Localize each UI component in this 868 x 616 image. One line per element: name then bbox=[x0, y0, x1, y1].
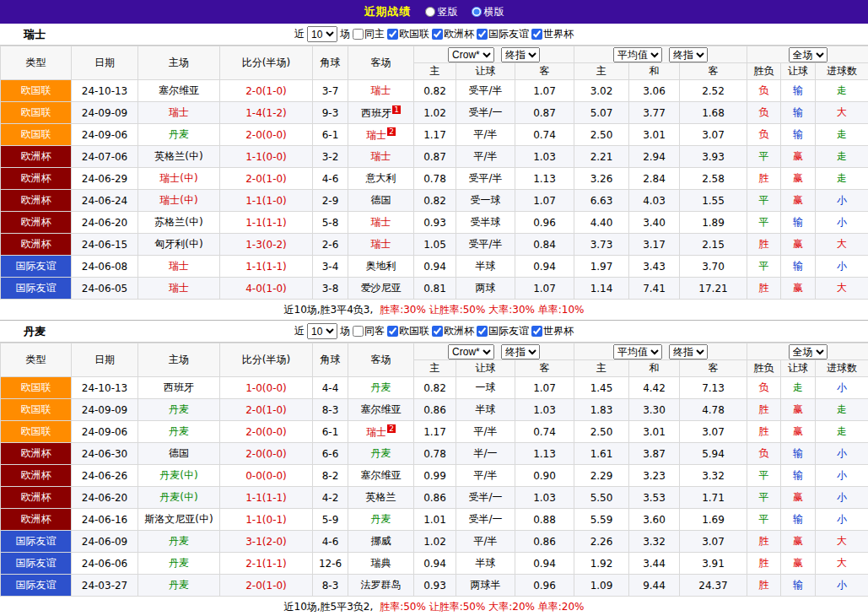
team-label: 德国 bbox=[169, 447, 189, 459]
corner-cell: 6-1 bbox=[313, 124, 348, 146]
same-venue-checkbox[interactable]: 同客 bbox=[353, 324, 385, 338]
home-team-cell: 丹麦 bbox=[138, 531, 220, 553]
col-handicap-result: 让球 bbox=[781, 360, 816, 377]
near-label: 近 bbox=[294, 27, 305, 41]
layout-horizontal-option[interactable]: 横版 bbox=[472, 5, 504, 19]
col-corner: 角球 bbox=[313, 343, 348, 377]
euro-odds-group: 平均值 终指 bbox=[574, 343, 747, 360]
league-checkbox-worldcup[interactable]: 世界杯 bbox=[531, 324, 574, 338]
date-cell: 24-09-06 bbox=[72, 124, 138, 146]
layout-vertical-option[interactable]: 竖版 bbox=[425, 5, 458, 19]
score-cell: 1-4(1-2) bbox=[220, 102, 313, 124]
col-result: 胜负 bbox=[747, 360, 781, 377]
match-row: 欧国联24-09-09瑞士1-4(1-2)9-3西班牙11.02受半/一0.87… bbox=[1, 102, 868, 124]
horizontal-radio[interactable] bbox=[472, 7, 482, 17]
result-cell: 负 bbox=[747, 102, 781, 124]
asian-handicap-cell: 平/半 bbox=[456, 421, 515, 443]
matches-label: 场 bbox=[340, 27, 350, 41]
result-cell: 胜 bbox=[747, 553, 781, 575]
horizontal-radio-label: 横版 bbox=[484, 5, 504, 19]
top-bar: 近期战绩 竖版 横版 bbox=[0, 0, 868, 24]
euro-time-select[interactable]: 终指 bbox=[669, 47, 708, 62]
handicap-result-cell: 输 bbox=[781, 443, 816, 465]
date-cell: 24-03-27 bbox=[72, 575, 138, 597]
scope-select[interactable]: 全场 bbox=[789, 47, 828, 62]
corner-cell: 3-4 bbox=[313, 256, 348, 278]
euro-home-odds-cell: 2.29 bbox=[574, 465, 629, 487]
result-cell: 胜 bbox=[747, 234, 781, 256]
league-checkbox-friendly[interactable]: 国际友谊 bbox=[477, 324, 529, 338]
date-cell: 24-07-06 bbox=[72, 146, 138, 168]
euro-avg-select[interactable]: 平均值 bbox=[613, 47, 662, 62]
corner-cell: 6-1 bbox=[313, 421, 348, 443]
team-label: 丹麦 bbox=[169, 579, 189, 591]
home-team-cell: 匈牙利(中) bbox=[138, 234, 220, 256]
asian-away-odds-cell: 0.84 bbox=[515, 234, 574, 256]
goals-result-cell: 小 bbox=[816, 487, 868, 509]
match-count-select[interactable]: 10 bbox=[307, 323, 337, 339]
euro-home-odds-cell: 1.97 bbox=[574, 256, 629, 278]
score-cell: 1-1(1-1) bbox=[220, 256, 313, 278]
goals-result-cell: 小 bbox=[816, 190, 868, 212]
team-label: 瑞士 bbox=[366, 426, 386, 438]
summary-record: 近10场,胜3平4负3, bbox=[284, 304, 374, 316]
col-asian-home: 主 bbox=[414, 63, 456, 80]
goals-result-cell: 小 bbox=[816, 377, 868, 399]
euro-home-odds-cell: 2.26 bbox=[574, 531, 629, 553]
euro-home-odds-cell: 3.26 bbox=[574, 168, 629, 190]
league-checkbox-friendly[interactable]: 国际友谊 bbox=[477, 27, 529, 41]
league-cell: 欧洲杯 bbox=[1, 487, 72, 509]
vertical-radio[interactable] bbox=[425, 7, 435, 17]
asian-handicap-cell: 两球半 bbox=[456, 575, 515, 597]
asian-home-odds-cell: 1.02 bbox=[414, 531, 456, 553]
euro-draw-odds-cell: 4.42 bbox=[629, 377, 680, 399]
league-checkbox-euro[interactable]: 欧洲杯 bbox=[432, 324, 474, 338]
league-cell: 国际友谊 bbox=[1, 553, 72, 575]
asian-home-odds-cell: 0.87 bbox=[414, 146, 456, 168]
bookmaker-select[interactable]: Crow* bbox=[448, 344, 494, 359]
league-checkbox-euro[interactable]: 欧洲杯 bbox=[432, 27, 474, 41]
match-count-select[interactable]: 10 bbox=[307, 26, 337, 42]
team-label: 爱沙尼亚 bbox=[361, 282, 402, 294]
euro-avg-select[interactable]: 平均值 bbox=[613, 344, 662, 359]
euro-home-odds-cell: 6.63 bbox=[574, 190, 629, 212]
result-cell: 平 bbox=[747, 509, 781, 531]
corner-cell: 12-6 bbox=[313, 553, 348, 575]
asian-time-select[interactable]: 终指 bbox=[501, 47, 540, 62]
result-cell: 胜 bbox=[747, 531, 781, 553]
league-checkbox-nations[interactable]: 欧国联 bbox=[387, 324, 429, 338]
date-cell: 24-09-09 bbox=[72, 399, 138, 421]
corner-cell: 9-3 bbox=[313, 102, 348, 124]
goals-result-cell: 大 bbox=[816, 278, 868, 300]
score-cell: 1-0(0-0) bbox=[220, 377, 313, 399]
asian-handicap-cell: 受半球 bbox=[456, 212, 515, 234]
league-cell: 国际友谊 bbox=[1, 256, 72, 278]
match-row: 欧洲杯24-06-20苏格兰(中)1-1(1-1)5-8瑞士0.93受半球0.9… bbox=[1, 212, 868, 234]
euro-draw-odds-cell: 7.41 bbox=[629, 278, 680, 300]
scope-select[interactable]: 全场 bbox=[789, 344, 828, 359]
euro-away-odds-cell: 3.07 bbox=[680, 531, 747, 553]
euro-home-odds-cell: 1.83 bbox=[574, 399, 629, 421]
same-venue-checkbox[interactable]: 同主 bbox=[353, 27, 385, 41]
bookmaker-select[interactable]: Crow* bbox=[448, 47, 494, 62]
away-team-cell: 德国 bbox=[348, 190, 414, 212]
league-checkbox-nations[interactable]: 欧国联 bbox=[387, 27, 429, 41]
date-cell: 24-06-16 bbox=[72, 509, 138, 531]
euro-away-odds-cell: 4.78 bbox=[680, 399, 747, 421]
date-cell: 24-06-30 bbox=[72, 443, 138, 465]
league-checkbox-worldcup[interactable]: 世界杯 bbox=[531, 27, 574, 41]
asian-away-odds-cell: 0.88 bbox=[515, 509, 574, 531]
euro-time-select[interactable]: 终指 bbox=[669, 344, 708, 359]
goals-result-cell: 小 bbox=[816, 212, 868, 234]
handicap-result-cell: 输 bbox=[781, 80, 816, 102]
euro-draw-odds-cell: 2.84 bbox=[629, 168, 680, 190]
handicap-result-cell: 赢 bbox=[781, 168, 816, 190]
euro-home-odds-cell: 3.73 bbox=[574, 234, 629, 256]
asian-away-odds-cell: 0.90 bbox=[515, 465, 574, 487]
asian-time-select[interactable]: 终指 bbox=[501, 344, 540, 359]
asian-away-odds-cell: 0.74 bbox=[515, 421, 574, 443]
asian-away-odds-cell: 0.96 bbox=[515, 575, 574, 597]
team-label: 意大利 bbox=[366, 172, 396, 184]
result-group: 全场 bbox=[747, 343, 868, 360]
col-asian-home: 主 bbox=[414, 360, 456, 377]
